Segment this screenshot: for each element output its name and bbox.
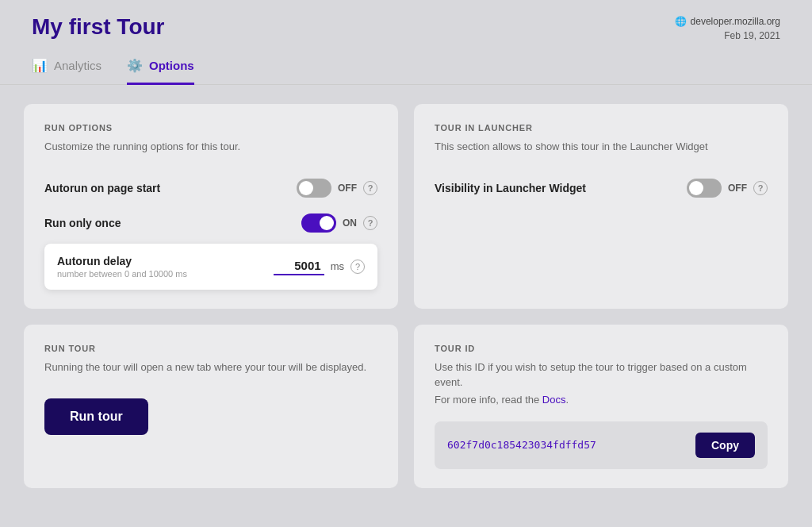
run-options-card: RUN OPTIONS Customize the running option… (24, 104, 398, 309)
visibility-right: OFF ? (687, 179, 768, 198)
globe-icon: 🌐 (675, 14, 687, 29)
autorun-delay-box: Autorun delay number between 0 and 10000… (44, 244, 377, 290)
copy-button[interactable]: Copy (695, 433, 755, 458)
tour-id-description: Use this ID if you wish to setup the tou… (435, 360, 768, 390)
run-tour-description: Running the tour will open a new tab whe… (44, 360, 377, 375)
tab-options[interactable]: ⚙️ Options (127, 58, 194, 85)
autorun-delay-input-wrap: ms ? (274, 257, 365, 275)
analytics-icon: 📊 (32, 58, 48, 73)
run-options-description: Customize the running options for this t… (44, 139, 377, 155)
cards-grid: RUN OPTIONS Customize the running option… (0, 104, 812, 512)
tour-id-value: 602f7d0c185423034fdffd57 (447, 439, 596, 451)
autorun-state: OFF (338, 183, 357, 194)
run-once-label: Run only once (44, 217, 121, 229)
autorun-help-icon[interactable]: ? (363, 181, 377, 195)
run-tour-title: RUN TOUR (44, 344, 377, 353)
run-options-title: RUN OPTIONS (44, 123, 377, 133)
run-once-knob (320, 216, 334, 230)
delay-help-icon[interactable]: ? (350, 260, 365, 274)
run-once-right: ON ? (301, 213, 377, 233)
tour-id-title: TOUR ID (435, 344, 768, 353)
ms-label: ms (331, 260, 344, 272)
tab-analytics-label: Analytics (54, 59, 102, 72)
visibility-row: Visibility in Launcher Widget OFF ? (435, 171, 768, 206)
page-container: My first Tour 🌐 developer.mozilla.org Fe… (0, 0, 812, 527)
autorun-right: OFF ? (297, 179, 377, 198)
visibility-toggle[interactable] (687, 179, 722, 198)
autorun-delay-subtitle: number between 0 and 10000 ms (57, 269, 187, 279)
autorun-delay-input[interactable] (274, 257, 324, 275)
tab-analytics[interactable]: 📊 Analytics (32, 58, 102, 85)
site-name: developer.mozilla.org (691, 14, 780, 29)
header-meta: 🌐 developer.mozilla.org Feb 19, 2021 (675, 14, 780, 43)
header: My first Tour 🌐 developer.mozilla.org Fe… (0, 0, 812, 43)
autorun-delay-title: Autorun delay (57, 255, 187, 267)
page-title: My first Tour (32, 14, 164, 40)
autorun-row: Autorun on page start OFF ? (44, 171, 377, 206)
autorun-knob (299, 181, 313, 195)
launcher-description: This section allows to show this tour in… (435, 139, 768, 155)
tour-id-copy-row: 602f7d0c185423034fdffd57 Copy (435, 421, 768, 469)
docs-link[interactable]: Docs (542, 394, 566, 406)
header-date: Feb 19, 2021 (724, 29, 780, 43)
tab-options-label: Options (149, 59, 194, 72)
visibility-knob (689, 181, 703, 195)
run-once-state: ON (343, 217, 357, 229)
run-once-toggle[interactable] (301, 213, 336, 233)
run-once-help-icon[interactable]: ? (363, 216, 377, 230)
visibility-state: OFF (728, 183, 747, 194)
run-tour-card: RUN TOUR Running the tour will open a ne… (24, 325, 398, 488)
visibility-label: Visibility in Launcher Widget (435, 182, 586, 194)
visibility-help-icon[interactable]: ? (753, 181, 768, 195)
autorun-delay-top: Autorun delay number between 0 and 10000… (57, 255, 365, 279)
options-icon: ⚙️ (127, 58, 143, 73)
autorun-toggle[interactable] (297, 179, 331, 198)
launcher-title: TOUR IN LAUNCHER (435, 123, 768, 133)
autorun-delay-left: Autorun delay number between 0 and 10000… (57, 255, 187, 279)
header-meta-site: 🌐 developer.mozilla.org (675, 14, 780, 29)
tour-id-card: TOUR ID Use this ID if you wish to setup… (414, 325, 788, 488)
tour-id-docs-line: For more info, read the Docs. (435, 394, 768, 406)
run-once-row: Run only once ON ? (44, 206, 377, 240)
docs-prefix: For more info, read the (435, 394, 542, 406)
tour-in-launcher-card: TOUR IN LAUNCHER This section allows to … (414, 104, 788, 309)
run-tour-button[interactable]: Run tour (44, 398, 148, 435)
tabs: 📊 Analytics ⚙️ Options (0, 43, 812, 85)
autorun-label: Autorun on page start (44, 182, 160, 194)
